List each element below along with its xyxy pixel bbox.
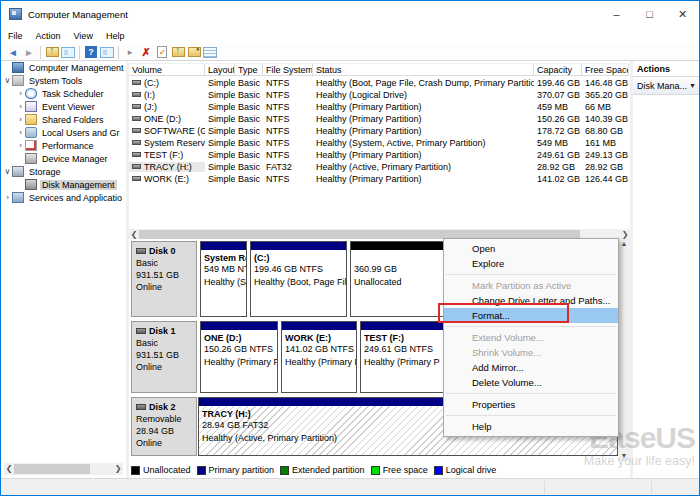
- column-type[interactable]: Type: [235, 64, 263, 75]
- export-folder-icon[interactable]: [170, 45, 186, 59]
- menu-help[interactable]: Help: [106, 31, 125, 41]
- volume-icon: [132, 116, 141, 121]
- tree-item-task-scheduler[interactable]: › Task Scheduler: [1, 87, 126, 100]
- menu-item-help[interactable]: Help: [444, 419, 618, 434]
- menu-item-open[interactable]: Open: [444, 241, 618, 256]
- event-log-icon: [25, 101, 37, 112]
- maximize-button[interactable]: □: [633, 1, 666, 27]
- storage-icon: [12, 166, 24, 177]
- disk0-label[interactable]: Disk 0 Basic 931.51 GB Online: [131, 241, 197, 317]
- title-bar: Computer Management – □ ✕: [1, 1, 699, 27]
- volume-icon: [132, 176, 141, 181]
- menu-separator: [446, 393, 616, 394]
- tree-item-performance[interactable]: › Performance: [1, 139, 126, 152]
- menu-item-properties[interactable]: Properties: [444, 397, 618, 412]
- column-capacity[interactable]: Capacity: [534, 64, 582, 75]
- volume-row-j[interactable]: (J:) Simple Basic NTFS Healthy (Primary …: [129, 101, 629, 113]
- actions-header: Actions: [633, 61, 699, 77]
- volume-icon: [132, 140, 141, 145]
- tree-item-local-users[interactable]: › Local Users and Gr: [1, 126, 126, 139]
- window-title: Computer Management: [28, 9, 128, 20]
- menu-item-change-drive-letter[interactable]: Change Drive Letter and Paths...: [444, 293, 618, 308]
- tree-item-event-viewer[interactable]: › Event Viewer: [1, 100, 126, 113]
- menu-separator: [446, 326, 616, 327]
- partition-system-reserved[interactable]: System Re 549 MB NT Healthy (S: [200, 241, 247, 317]
- menu-item-extend-volume: Extend Volume...: [444, 330, 618, 345]
- close-button[interactable]: ✕: [666, 1, 699, 27]
- scroll-thumb[interactable]: [14, 464, 90, 474]
- volume-row-i[interactable]: (I:) Simple Basic NTFS Healthy (Logical …: [129, 89, 629, 101]
- scroll-up-icon[interactable]: ▲: [618, 239, 630, 249]
- help-icon[interactable]: ?: [83, 45, 99, 59]
- console-tree-panel: Computer Management ( ∨ System Tools › T…: [1, 61, 126, 478]
- menu-item-format[interactable]: Format...: [444, 308, 618, 323]
- menu-item-add-mirror[interactable]: Add Mirror...: [444, 360, 618, 375]
- column-freespace[interactable]: Free Space: [582, 64, 629, 75]
- menu-separator: [446, 274, 616, 275]
- find-folder-icon[interactable]: [186, 45, 202, 59]
- volume-row-c[interactable]: (C:) Simple Basic NTFS Healthy (Boot, Pa…: [129, 77, 629, 89]
- partition-work-e[interactable]: WORK (E:) 141.02 GB NTFS Healthy (Primar…: [281, 321, 357, 393]
- statusbar-divider: [544, 481, 545, 494]
- legend-extended: Extended partition: [280, 465, 365, 475]
- menu-action[interactable]: Action: [36, 31, 61, 41]
- volume-row-work-e[interactable]: WORK (E:) Simple Basic NTFS Healthy (Pri…: [129, 173, 629, 185]
- back-icon[interactable]: ◄: [5, 45, 21, 59]
- legend-primary: Primary partition: [197, 465, 275, 475]
- primary-partition-bar: [251, 242, 346, 250]
- primary-partition-bar: [201, 242, 246, 250]
- tree-item-shared-folders[interactable]: › Shared Folders: [1, 113, 126, 126]
- column-layout[interactable]: Layout: [205, 64, 235, 75]
- volume-row-system-reserved[interactable]: System Reserved Simple Basic NTFS Health…: [129, 137, 629, 149]
- users-icon: [25, 127, 37, 138]
- menu-file[interactable]: File: [8, 31, 23, 41]
- menu-item-explore[interactable]: Explore: [444, 256, 618, 271]
- details-view-icon[interactable]: [202, 45, 218, 59]
- disk-management-icon: [25, 179, 37, 190]
- column-status[interactable]: Status: [313, 64, 534, 75]
- partition-legend: Unallocated Primary partition Extended p…: [129, 462, 630, 478]
- forward-icon[interactable]: ►: [21, 45, 37, 59]
- tree-item-computer-management[interactable]: Computer Management (: [1, 61, 126, 74]
- menu-view[interactable]: View: [74, 31, 93, 41]
- services-icon: [12, 192, 24, 203]
- show-action-pane-icon[interactable]: [99, 45, 115, 59]
- volume-icon: [132, 128, 141, 133]
- disk2-label[interactable]: Disk 2 Removable 28.94 GB Online: [131, 397, 197, 456]
- tree-item-device-manager[interactable]: Device Manager: [1, 152, 126, 165]
- delete-icon[interactable]: ✗: [138, 45, 154, 59]
- volume-row-tracy-h[interactable]: TRACY (H:) Simple Basic FAT32 Healthy (A…: [129, 161, 629, 173]
- toolbar-separator: [40, 46, 41, 59]
- toolbar: ◄ ► ? ▸ ✗: [1, 44, 699, 61]
- up-one-level-icon[interactable]: [44, 45, 60, 59]
- partition-c[interactable]: (C:) 199.46 GB NTFS Healthy (Boot, Page …: [250, 241, 347, 317]
- volume-row-one-d[interactable]: ONE (D:) Simple Basic NTFS Healthy (Prim…: [129, 113, 629, 125]
- tree-item-services-applications[interactable]: › Services and Applicatio: [1, 191, 126, 204]
- pointer-icon[interactable]: ▸: [122, 45, 138, 59]
- partition-one-d[interactable]: ONE (D:) 150.26 GB NTFS Healthy (Primary…: [200, 321, 278, 393]
- volume-row-software-g[interactable]: SOFTWARE (G:) Simple Basic NTFS Healthy …: [129, 125, 629, 137]
- show-console-tree-icon[interactable]: [60, 45, 76, 59]
- tree-item-system-tools[interactable]: ∨ System Tools: [1, 74, 126, 87]
- volume-row-test-f[interactable]: TEST (F:) Simple Basic NTFS Healthy (Pri…: [129, 149, 629, 161]
- volume-icon: [132, 104, 141, 109]
- primary-partition-bar: [201, 322, 277, 330]
- column-volume[interactable]: Volume: [129, 64, 205, 75]
- status-bar: [1, 478, 699, 496]
- properties-check-icon[interactable]: [154, 45, 170, 59]
- scroll-down-icon[interactable]: ▼: [618, 451, 630, 461]
- column-filesystem[interactable]: File System: [263, 64, 313, 75]
- tree-item-storage[interactable]: ∨ Storage: [1, 165, 126, 178]
- chevron-down-icon[interactable]: ▼: [689, 82, 696, 89]
- menu-item-delete-volume[interactable]: Delete Volume...: [444, 375, 618, 390]
- tree-item-disk-management[interactable]: Disk Management: [1, 178, 126, 191]
- graph-vertical-scrollbar[interactable]: ▲ ▼: [618, 239, 630, 461]
- performance-icon: [25, 140, 37, 151]
- primary-swatch: [197, 466, 206, 475]
- menu-bar: File Action View Help: [1, 27, 699, 44]
- disk-management-actions-item[interactable]: Disk Mana... ▼: [633, 77, 699, 95]
- minimize-button[interactable]: –: [600, 1, 633, 27]
- extended-swatch: [280, 466, 289, 475]
- disk1-label[interactable]: Disk 1 Basic 931.51 GB Online: [131, 321, 197, 393]
- tree-horizontal-scrollbar[interactable]: ❮ ❯: [4, 463, 123, 475]
